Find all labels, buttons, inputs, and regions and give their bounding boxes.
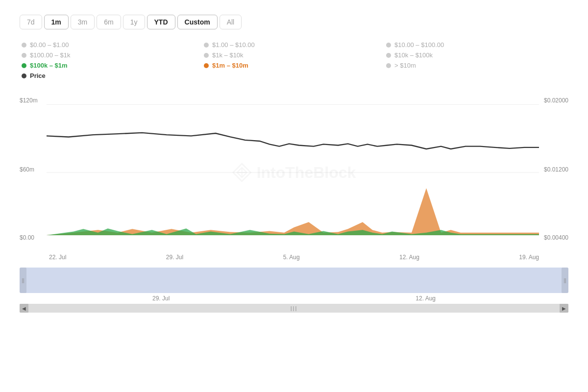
navigator-selection (20, 268, 568, 293)
scroll-right-button[interactable]: ▶ (560, 304, 568, 313)
legend-dot-9 (22, 74, 26, 78)
scrollbar: ◀ ||| ▶ (20, 304, 568, 313)
main-chart: IntoTheBlock $120m $60m $0.00 $0.020000 … (20, 94, 568, 251)
navigator-handle-right[interactable]: || (562, 268, 568, 293)
legend-item-3[interactable]: $100.00 – $1k (22, 51, 204, 59)
chart-legend: $0.00 – $1.00 $1.00 – $10.00 $10.00 – $1… (20, 41, 568, 79)
legend-item-1[interactable]: $1.00 – $10.00 (204, 41, 386, 49)
legend-item-0[interactable]: $0.00 – $1.00 (22, 41, 204, 49)
navigator-date-labels: 29. Jul 12. Aug (20, 293, 568, 302)
navigator: || || 29. Jul 12. Aug ◀ ||| ▶ (20, 268, 568, 307)
time-range-selector: 7d 1m 3m 6m 1y YTD Custom All (20, 15, 568, 29)
legend-label-2: $10.00 – $100.00 (394, 41, 444, 49)
scroll-thumb: ||| (291, 305, 298, 311)
legend-label-1: $1.00 – $10.00 (212, 41, 255, 49)
legend-item-7[interactable]: $1m – $10m (204, 62, 386, 69)
legend-label-4: $1k – $10k (212, 51, 244, 59)
legend-dot-7 (204, 63, 209, 68)
svg-text:$120m: $120m (20, 97, 38, 104)
legend-dot-5 (386, 53, 391, 58)
time-btn-1y[interactable]: 1y (123, 15, 145, 29)
legend-label-6: $100k – $1m (30, 62, 68, 69)
svg-text:$0.004000: $0.004000 (544, 234, 568, 241)
legend-item-5[interactable]: $10k – $100k (386, 51, 568, 59)
navigator-bg[interactable]: || || (20, 268, 568, 293)
scroll-left-button[interactable]: ◀ (20, 304, 28, 313)
x-label-2: 5. Aug (283, 254, 300, 261)
legend-dot-4 (204, 53, 209, 58)
svg-text:$0.020000: $0.020000 (544, 97, 568, 104)
legend-item-4[interactable]: $1k – $10k (204, 51, 386, 59)
nav-date-1: 12. Aug (416, 295, 436, 302)
legend-item-2[interactable]: $10.00 – $100.00 (386, 41, 568, 49)
scroll-track[interactable]: ||| (28, 304, 560, 313)
x-label-0: 22. Jul (49, 254, 66, 261)
time-btn-all[interactable]: All (220, 15, 242, 29)
svg-text:$0.012000: $0.012000 (544, 166, 568, 173)
time-btn-1m[interactable]: 1m (44, 15, 69, 29)
legend-label-8: > $10m (394, 62, 416, 69)
time-btn-ytd[interactable]: YTD (147, 15, 175, 29)
legend-label-3: $100.00 – $1k (30, 51, 70, 59)
time-btn-custom[interactable]: Custom (177, 15, 218, 29)
x-label-3: 12. Aug (399, 254, 419, 261)
legend-dot-2 (386, 43, 391, 48)
legend-item-9[interactable]: Price (22, 72, 204, 79)
chart-svg: $120m $60m $0.00 $0.020000 $0.012000 $0.… (20, 94, 568, 251)
legend-item-6[interactable]: $100k – $1m (22, 62, 204, 69)
navigator-handle-left[interactable]: || (20, 268, 26, 293)
legend-dot-0 (22, 43, 26, 48)
legend-dot-6 (22, 63, 26, 68)
legend-dot-1 (204, 43, 209, 48)
legend-label-7: $1m – $10m (212, 62, 248, 69)
x-label-1: 29. Jul (166, 254, 183, 261)
legend-label-9: Price (30, 72, 46, 79)
legend-item-8[interactable]: > $10m (386, 62, 568, 69)
svg-text:$60m: $60m (20, 166, 34, 173)
legend-label-5: $10k – $100k (394, 51, 433, 59)
x-axis-labels: 22. Jul 29. Jul 5. Aug 12. Aug 19. Aug (20, 251, 568, 261)
legend-dot-3 (22, 53, 26, 58)
legend-dot-8 (386, 63, 391, 68)
nav-date-0: 29. Jul (152, 295, 170, 302)
time-btn-7d[interactable]: 7d (20, 15, 42, 29)
svg-text:$0.00: $0.00 (20, 234, 34, 241)
time-btn-3m[interactable]: 3m (71, 15, 95, 29)
legend-label-0: $0.00 – $1.00 (30, 41, 69, 49)
time-btn-6m[interactable]: 6m (97, 15, 121, 29)
svg-marker-13 (47, 188, 539, 235)
x-label-4: 19. Aug (519, 254, 539, 261)
